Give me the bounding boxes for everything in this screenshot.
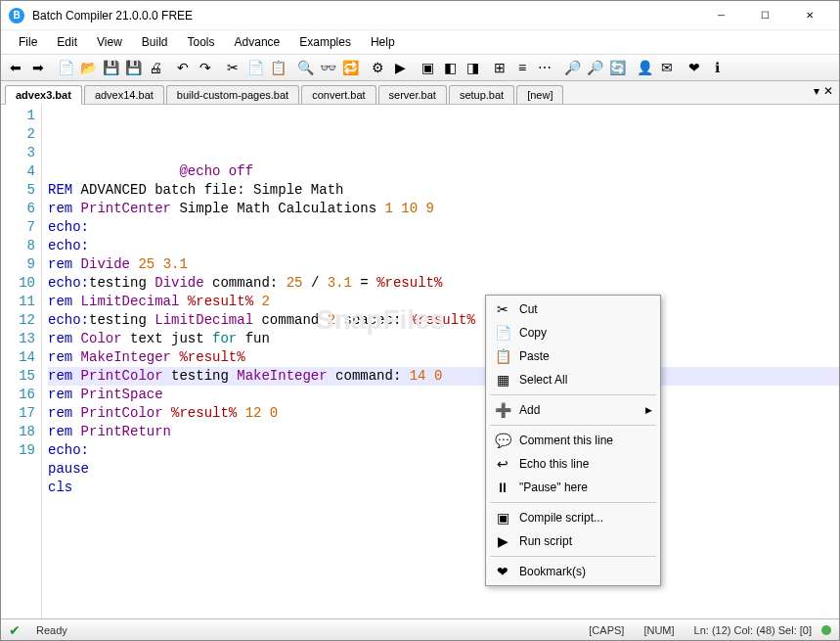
menu-file[interactable]: File [9,32,47,52]
toolbar-redo-icon[interactable]: ↷ [195,57,216,78]
toolbar-paste-icon[interactable]: 📋 [267,57,288,78]
tab-setup-bat[interactable]: setup.bat [449,85,514,104]
status-check-icon: ✔ [9,622,21,638]
tab-dropdown-icon[interactable]: ▾ [814,84,819,98]
menu-tools[interactable]: Tools [178,32,225,52]
context-comment-line[interactable]: 💬Comment this line [488,429,658,452]
tab-close-icon[interactable]: ✕ [823,84,833,98]
tab-convert-bat[interactable]: convert.bat [301,85,376,104]
code-line[interactable]: echo: [48,218,839,237]
context-run-script[interactable]: ▶Run script [488,529,658,553]
toolbar-separator [412,57,416,78]
context-cut[interactable]: ✂Cut [488,298,658,321]
tab-advex3-bat[interactable]: advex3.bat [5,85,82,105]
toolbar-separator [362,57,366,78]
code-line[interactable] [48,497,839,516]
toolbar-compile-icon[interactable]: ⚙ [367,57,388,78]
toolbar-find-next-icon[interactable]: 👓 [317,57,338,78]
toolbar-find-icon[interactable]: 🔍 [294,57,316,78]
code-line[interactable]: rem MakeInteger %result% [48,348,839,367]
code-line[interactable]: rem Color text just for fun [48,330,839,348]
toolbar-build-icon[interactable]: ▣ [417,57,438,78]
maximize-button[interactable]: ☐ [743,2,787,29]
context-label: "Pause" here [513,481,658,494]
tab-server-bat[interactable]: server.bat [378,85,447,104]
toolbar-wrap-icon[interactable]: ≡ [511,57,533,78]
menu-view[interactable]: View [87,32,132,52]
context-copy[interactable]: 📄Copy [488,321,658,344]
toolbar-forward-icon[interactable]: ➡ [27,57,49,78]
code-line[interactable]: pause [48,460,839,479]
toolbar-zoom-reset-icon[interactable]: 🔄 [606,57,628,78]
menubar: FileEditViewBuildToolsAdvanceExamplesHel… [1,30,839,54]
code-line[interactable]: echo:testing Divide command: 25 / 3.1 = … [48,274,839,293]
toolbar-zoom-in-icon[interactable]: 🔎 [561,57,583,78]
line-number: 12 [1,311,41,330]
toolbar-replace-icon[interactable]: 🔁 [339,57,361,78]
code-line[interactable]: echo: [48,237,839,255]
close-button[interactable]: ✕ [787,2,831,29]
copy-icon: 📄 [492,325,513,341]
toolbar-save-icon[interactable]: 💾 [100,57,121,78]
context-separator [490,394,656,395]
context-paste[interactable]: 📋Paste [488,344,658,368]
context-label: Echo this line [513,457,658,471]
line-number: 5 [1,181,41,200]
toolbar-zoom-out-icon[interactable]: 🔎 [584,57,605,78]
toolbar-mail-icon[interactable]: ✉ [656,57,678,78]
app-icon: B [9,8,24,23]
line-number: 16 [1,386,41,404]
context-label: Bookmark(s) [513,565,658,578]
code-line[interactable]: cls [48,479,839,497]
context-pause-here[interactable]: ⏸"Pause" here [488,476,658,499]
menu-edit[interactable]: Edit [47,32,87,52]
context-label: Compile script... [513,511,658,525]
code-line[interactable]: rem PrintColor testing MakeInteger comma… [48,367,839,386]
minimize-button[interactable]: ─ [699,2,743,29]
toolbar-cut-icon[interactable]: ✂ [222,57,243,78]
code-line[interactable]: rem Divide 25 3.1 [48,255,839,274]
toolbar-save-all-icon[interactable]: 💾 [122,57,144,78]
context-compile-script[interactable]: ▣Compile script... [488,506,658,529]
code-line[interactable]: echo:testing LimitDecimal command 2 spac… [48,311,839,330]
context-bookmarks[interactable]: ❤Bookmark(s) [488,560,658,583]
toolbar-undo-icon[interactable]: ↶ [172,57,194,78]
toolbar-user-icon[interactable]: 👤 [634,57,655,78]
context-echo-line[interactable]: ↩Echo this line [488,452,658,476]
toolbar-new-file-icon[interactable]: 📄 [55,57,76,78]
compile-script-icon: ▣ [492,510,513,526]
code-area[interactable]: SnapFiles @echo offREM ADVANCED batch fi… [42,105,839,618]
code-line[interactable]: rem PrintReturn [48,423,839,441]
menu-build[interactable]: Build [132,32,178,52]
menu-advance[interactable]: Advance [225,32,290,52]
toolbar-run-icon[interactable]: ▶ [389,57,411,78]
toolbar-grid-icon[interactable]: ⊞ [489,57,510,78]
status-bar: ✔ Ready [CAPS] [NUM] Ln: (12) Col: (48) … [1,618,839,640]
code-line[interactable]: rem LimitDecimal %result% 2 [48,293,839,311]
menu-help[interactable]: Help [361,32,405,52]
toolbar-back-icon[interactable]: ⬅ [5,57,26,78]
toolbar-copy-icon[interactable]: 📄 [244,57,266,78]
context-label: Run script [513,534,658,548]
context-select-all[interactable]: ▦Select All [488,368,658,391]
tab-advex14-bat[interactable]: advex14.bat [84,85,164,104]
code-line[interactable]: @echo off [48,162,839,181]
code-line[interactable]: rem PrintColor %result% 12 0 [48,404,839,423]
toolbar-bookmark-icon[interactable]: ❤ [684,57,705,78]
context-add[interactable]: ➕Add▶ [488,398,658,422]
toolbar-whitespace-icon[interactable]: ⋯ [534,57,555,78]
submenu-arrow-icon: ▶ [645,405,658,415]
toolbar-about-icon[interactable]: ℹ [706,57,728,78]
tab-build-custom-pages-bat[interactable]: build-custom-pages.bat [166,85,299,104]
code-editor[interactable]: 12345678910111213141516171819 SnapFiles … [1,105,839,618]
toolbar-panel2-icon[interactable]: ◨ [462,57,483,78]
toolbar-panel1-icon[interactable]: ◧ [439,57,461,78]
tab--new-[interactable]: [new] [516,85,563,104]
menu-examples[interactable]: Examples [289,32,361,52]
code-line[interactable]: rem PrintSpace [48,386,839,404]
toolbar-print-icon[interactable]: 🖨 [145,57,166,78]
toolbar-open-icon[interactable]: 📂 [77,57,99,78]
code-line[interactable]: echo: [48,441,839,460]
code-line[interactable]: rem PrintCenter Simple Math Calculations… [48,200,839,218]
code-line[interactable]: REM ADVANCED batch file: Simple Math [48,181,839,200]
